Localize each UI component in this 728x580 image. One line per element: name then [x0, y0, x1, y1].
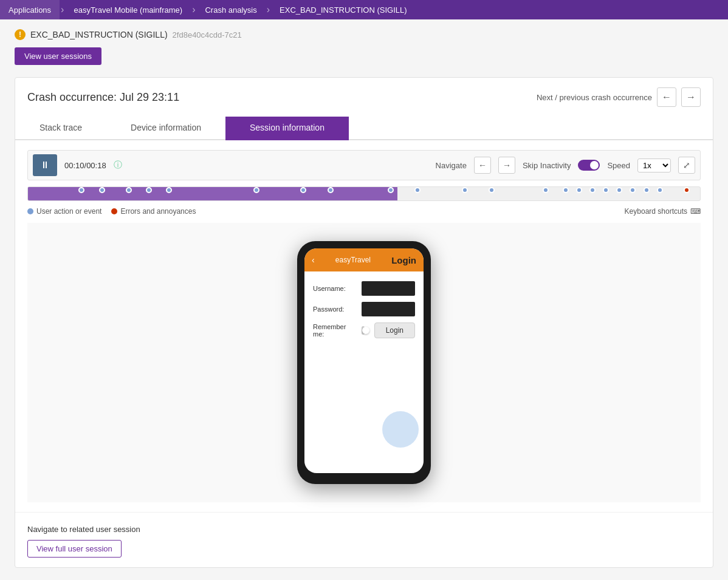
- timeline-dot-17: [603, 187, 609, 193]
- breadcrumb-item-error[interactable]: EXC_BAD_INSTRUCTION (SIGILL): [271, 0, 416, 19]
- session-player: ⏸ 00:10/00:18 ⓘ Navigate ← → Skip Inacti…: [15, 140, 713, 512]
- timeline-dot-7: [300, 187, 306, 193]
- breadcrumb-item-applications[interactable]: Applications: [0, 0, 60, 19]
- skip-inactivity-label: Skip Inactivity: [523, 161, 571, 170]
- timeline-dot-14: [563, 187, 569, 193]
- breadcrumb-separator-1: ›: [60, 4, 65, 15]
- timeline-dot-8: [328, 187, 334, 193]
- speed-label: Speed: [607, 161, 630, 170]
- phone-device: ‹ easyTravel Login Username: Password:: [297, 241, 431, 484]
- phone-back-arrow: ‹: [312, 255, 315, 265]
- time-display: 00:10/00:18: [64, 161, 106, 170]
- legend-dot-red: [111, 208, 117, 214]
- skip-inactivity-toggle[interactable]: [578, 160, 600, 171]
- keyboard-icon: ⌨: [690, 207, 701, 216]
- player-controls: ⏸ 00:10/00:18 ⓘ Navigate ← → Skip Inacti…: [27, 150, 701, 180]
- legend-errors: Errors and annoyances: [111, 207, 196, 216]
- timeline-dot-20: [644, 187, 650, 193]
- error-id: 2fd8e40c4cdd-7c21: [173, 30, 242, 39]
- phone-login-button[interactable]: Login: [374, 322, 415, 338]
- breadcrumb-nav: Applications › easyTravel Mobile (mainfr…: [0, 0, 728, 19]
- legend-items: User action or event Errors and annoyanc…: [27, 207, 196, 216]
- timeline-dot-18: [616, 187, 622, 193]
- view-full-user-session-button[interactable]: View full user session: [27, 540, 122, 558]
- tab-device-information[interactable]: Device information: [106, 117, 225, 140]
- timeline-dot-5: [166, 187, 172, 193]
- crash-card-header: Crash occurrence: Jul 29 23:11 Next / pr…: [15, 78, 713, 107]
- phone-password-label: Password:: [313, 305, 357, 313]
- timeline-dot-1: [78, 187, 84, 193]
- play-button[interactable]: ⏸: [33, 154, 57, 176]
- timeline-dot-12: [489, 187, 495, 193]
- breadcrumb-item-app[interactable]: easyTravel Mobile (mainframe): [65, 0, 191, 19]
- error-title: EXC_BAD_INSTRUCTION (SIGILL): [30, 30, 168, 39]
- breadcrumb-separator-2: ›: [191, 4, 196, 15]
- speed-select[interactable]: 0.5x 1x 2x 4x: [637, 159, 671, 172]
- timeline-dot-16: [589, 187, 596, 193]
- timeline-dot-10: [414, 187, 421, 193]
- tab-session-information[interactable]: Session information: [225, 117, 349, 140]
- timeline-dot-13: [543, 187, 549, 193]
- next-crash-button[interactable]: →: [681, 87, 701, 107]
- tabs: Stack trace Device information Session i…: [15, 117, 713, 140]
- fullscreen-button[interactable]: ⤢: [678, 157, 695, 174]
- phone-app-name: easyTravel: [335, 256, 371, 264]
- phone-remember-row: Remember me: Login: [313, 322, 415, 338]
- error-header: ! EXC_BAD_INSTRUCTION (SIGILL) 2fd8e40c4…: [15, 29, 713, 40]
- phone-remember-label: Remember me:: [313, 323, 357, 338]
- phone-toggle-thumb: [362, 327, 369, 334]
- navigate-related-label: Navigate to related user session: [27, 525, 701, 534]
- timeline-dot-19: [630, 187, 636, 193]
- phone-form: Username: Password: Remember me:: [304, 271, 424, 357]
- legend-dot-blue: [27, 208, 33, 214]
- keyboard-shortcuts[interactable]: Keyboard shortcuts ⌨: [625, 207, 701, 216]
- timeline-dot-21: [657, 187, 663, 193]
- click-ripple: [382, 411, 419, 448]
- timeline-dot-15: [576, 187, 582, 193]
- phone-screen-title-bar: Login: [391, 255, 416, 265]
- timeline[interactable]: [27, 186, 701, 201]
- view-user-sessions-button[interactable]: View user sessions: [15, 47, 101, 65]
- phone-remember-toggle[interactable]: [362, 326, 365, 335]
- timeline-dot-2: [99, 187, 105, 193]
- breadcrumb-item-crash-analysis[interactable]: Crash analysis: [196, 0, 265, 19]
- phone-screen: ‹ easyTravel Login Username: Password:: [304, 248, 424, 473]
- timeline-dot-red: [684, 187, 690, 193]
- timeline-dot-11: [462, 187, 468, 193]
- bottom-section: Navigate to related user session View fu…: [15, 512, 713, 567]
- navigate-label: Navigate: [436, 161, 467, 170]
- prev-crash-button[interactable]: ←: [657, 87, 676, 107]
- info-icon[interactable]: ⓘ: [114, 160, 122, 171]
- error-icon: !: [15, 29, 26, 40]
- main-content: ! EXC_BAD_INSTRUCTION (SIGILL) 2fd8e40c4…: [0, 19, 728, 578]
- navigate-prev-button[interactable]: ←: [474, 157, 491, 174]
- timeline-dot-9: [388, 187, 394, 193]
- phone-username-label: Username:: [313, 285, 357, 292]
- crash-nav: Next / previous crash occurrence ← →: [537, 87, 701, 107]
- crash-card: Crash occurrence: Jul 29 23:11 Next / pr…: [15, 77, 713, 568]
- phone-area: ‹ easyTravel Login Username: Password:: [27, 223, 701, 502]
- phone-app-bar: ‹ easyTravel Login: [304, 248, 424, 271]
- crash-occurrence-title: Crash occurrence: Jul 29 23:11: [27, 91, 179, 104]
- legend-user-action: User action or event: [27, 207, 101, 216]
- navigate-next-button[interactable]: →: [498, 157, 515, 174]
- breadcrumb-separator-3: ›: [266, 4, 271, 15]
- legend: User action or event Errors and annoyanc…: [27, 207, 701, 216]
- phone-username-row: Username:: [313, 281, 415, 296]
- tab-stack-trace[interactable]: Stack trace: [15, 117, 106, 140]
- crash-nav-label: Next / previous crash occurrence: [537, 93, 652, 102]
- timeline-dot-6: [253, 187, 259, 193]
- timeline-dot-3: [126, 187, 132, 193]
- phone-password-input: [362, 302, 415, 316]
- phone-password-row: Password:: [313, 302, 415, 316]
- toggle-thumb: [590, 161, 599, 169]
- phone-username-input: [362, 281, 415, 296]
- timeline-dot-4: [146, 187, 152, 193]
